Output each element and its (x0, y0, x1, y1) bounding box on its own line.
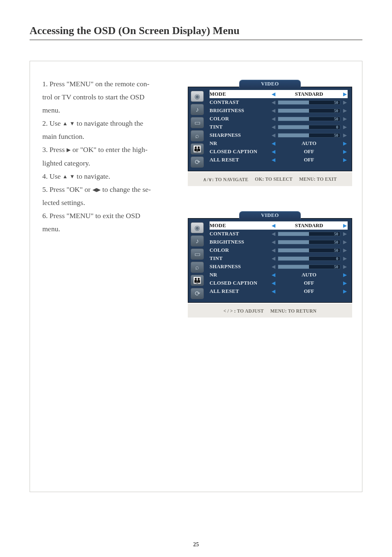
osd-row-mode[interactable]: MODE ◀ STANDARD ▶ (210, 221, 348, 230)
down-icon: ▼ (69, 120, 75, 127)
step-4: 4. Use ▲ ▼ to navigate. (42, 170, 178, 182)
step-5: 5. Press "OK" or ◀▶ to change the se- (42, 183, 178, 196)
osd-row-all-reset[interactable]: ALL RESET ◀ OFF ▶ (210, 287, 348, 295)
osd-row-closed-caption[interactable]: CLOSED CAPTION ◀ OFF ▶ (210, 147, 348, 156)
icon-video: ◉ (191, 222, 204, 233)
up-icon: ▲ (62, 173, 68, 180)
right-icon: ▶ (67, 147, 71, 153)
right-icon: ▶ (97, 186, 101, 193)
osd-icon-column: ◉ ♪ ▭ ⌕ 👪 ⟳ (191, 90, 205, 168)
step-1: 1. Press "MENU" on the remote con- (42, 78, 178, 90)
osd-row-color[interactable]: COLOR ◀ 50 ▶ (210, 246, 348, 254)
osd-row-contrast[interactable]: CONTRAST ◀ 50 ▶ (210, 98, 348, 106)
icon-audio: ♪ (191, 235, 204, 246)
osd-tab: VIDEO (239, 211, 301, 219)
osd-row-brightness[interactable]: BRIGHTNESS ◀ 50 ▶ (210, 238, 348, 246)
osd-row-tint[interactable]: TINT ◀ 0 ▶ (210, 254, 348, 262)
osd-hint-2: < / > : TO ADJUST MENU: TO RETURN (188, 304, 352, 318)
content-frame: 1. Press "MENU" on the remote con- trol … (30, 61, 362, 492)
left-arrow-icon[interactable]: ◀ (270, 91, 276, 97)
osd-row-brightness[interactable]: BRIGHTNESS ◀ 50 ▶ (210, 106, 348, 115)
icon-setup: ⟳ (191, 288, 204, 299)
title-heading: Accessing the OSD (On Screen Display) Me… (30, 25, 362, 40)
down-icon: ▼ (69, 173, 75, 180)
osd-tab: VIDEO (239, 80, 301, 88)
osd-row-sharpness[interactable]: SHARPNESS ◀ 50 ▶ (210, 131, 348, 139)
osd-row-nr[interactable]: NR ◀ AUTO ▶ (210, 271, 348, 279)
right-arrow-icon[interactable]: ▶ (342, 91, 348, 97)
icon-pc: ▭ (191, 249, 204, 260)
icon-tv: ⌕ (191, 262, 204, 273)
osd-row-sharpness[interactable]: SHARPNESS ◀ 50 ▶ (210, 262, 348, 271)
osd-row-all-reset[interactable]: ALL RESET ◀ OFF ▶ (210, 156, 348, 164)
icon-setup: ⟳ (191, 157, 204, 168)
icon-parental: 👪 (191, 143, 204, 154)
osd-hint-1: ∧/∨: TO NAVIGATE OK: TO SELECT MENU: TO … (188, 172, 352, 186)
osd-menu-2: VIDEO ◉ ♪ ▭ ⌕ 👪 ⟳ MODE (188, 218, 352, 303)
left-icon: ◀ (92, 186, 97, 193)
instructions-list: 1. Press "MENU" on the remote con- trol … (42, 78, 178, 318)
osd-row-nr[interactable]: NR ◀ AUTO ▶ (210, 139, 348, 147)
osd-row-contrast[interactable]: CONTRAST ◀ 50 ▶ (210, 230, 348, 238)
osd-menu-1: VIDEO ◉ ♪ ▭ ⌕ 👪 ⟳ MODE (188, 87, 352, 171)
osd-row-color[interactable]: COLOR ◀ 50 ▶ (210, 115, 348, 123)
page-number: 25 (0, 541, 392, 548)
step-6: 6. Press "MENU" to exit the OSD (42, 209, 178, 222)
icon-parental: 👪 (191, 275, 204, 286)
osd-icon-column: ◉ ♪ ▭ ⌕ 👪 ⟳ (191, 221, 205, 299)
icon-pc: ▭ (191, 117, 204, 128)
icon-audio: ♪ (191, 104, 204, 115)
step-3: 3. Press ▶ or "OK" to enter the high- (42, 143, 178, 156)
osd-row-mode[interactable]: MODE ◀ STANDARD ▶ (210, 90, 348, 98)
up-icon: ▲ (62, 120, 68, 127)
icon-video: ◉ (191, 91, 204, 102)
osd-row-closed-caption[interactable]: CLOSED CAPTION ◀ OFF ▶ (210, 279, 348, 287)
step-2: 2. Use ▲ ▼ to navigate through the (42, 117, 178, 129)
osd-row-tint[interactable]: TINT ◀ 0 ▶ (210, 123, 348, 131)
icon-tv: ⌕ (191, 130, 204, 141)
